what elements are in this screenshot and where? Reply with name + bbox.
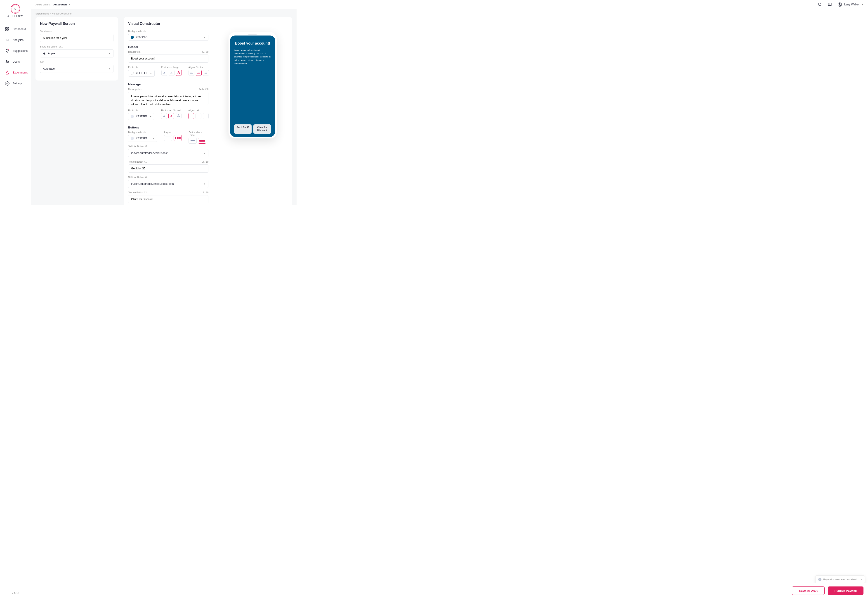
align-center[interactable] — [196, 70, 201, 76]
button-size-small[interactable] — [188, 138, 197, 144]
bg-color-label: Background color — [128, 30, 209, 33]
analytics-icon — [5, 38, 9, 42]
project-selector[interactable]: Autotraders ▼ — [53, 3, 70, 6]
apple-icon — [43, 52, 46, 55]
button-bg-color-select[interactable]: #E3E7F1 ▼ — [128, 135, 157, 142]
active-project-label: Active project: — [36, 3, 51, 6]
settings-icon — [5, 81, 9, 86]
show-on-label: Show this screen on... — [40, 45, 113, 48]
sidebar-item-analytics[interactable]: Analytics — [5, 34, 31, 45]
font-size-large[interactable]: A — [176, 113, 182, 119]
color-swatch — [131, 137, 134, 140]
font-color-value: #FFFFFF — [136, 72, 148, 75]
phone-screen: Boost your account! Lorem ipsum dolor si… — [230, 36, 275, 137]
show-on-select[interactable]: Apple ▼ — [40, 49, 113, 57]
experiments-icon — [5, 70, 9, 75]
sidebar-item-suggestions[interactable]: Suggestions — [5, 45, 31, 56]
text2-counter: 19 / 50 — [201, 191, 209, 194]
text2-input[interactable] — [128, 195, 209, 203]
nav-label: Users — [13, 60, 20, 63]
card-title: Visual Constructor — [128, 22, 288, 26]
dashboard-icon — [5, 27, 9, 31]
logo-icon — [10, 4, 20, 13]
nav-label: Experiments — [13, 71, 28, 74]
color-swatch — [131, 115, 134, 118]
text2-label: Text on Button #2 — [128, 191, 147, 194]
message-font-color-select[interactable]: #E3E7F1 ▼ — [128, 113, 154, 120]
svg-point-6 — [6, 60, 7, 61]
chevron-down-icon: ▼ — [109, 52, 110, 54]
header-text-label: Header text — [128, 51, 140, 53]
layout-label: Layout — [164, 131, 182, 134]
font-size-label: Font size - Normal — [161, 109, 182, 112]
preview-title: Boost your account! — [234, 41, 271, 45]
font-size-small[interactable]: A — [161, 113, 167, 119]
sidebar-item-users[interactable]: Users — [5, 56, 31, 67]
topbar: Active project: Autotraders ▼ Larry Walk… — [31, 0, 297, 9]
header-font-color-select[interactable]: #FFFFFF ▼ — [128, 70, 155, 77]
suggestions-icon — [5, 49, 9, 53]
sidebar: APPFLOW Dashboard Analytics Suggestions … — [0, 0, 31, 205]
align-right[interactable] — [203, 113, 209, 119]
layout-horizontal[interactable] — [174, 135, 182, 141]
nav-label: Suggestions — [13, 49, 28, 52]
svg-point-5 — [8, 49, 9, 50]
message-text-input[interactable] — [128, 92, 209, 105]
align-left[interactable] — [188, 70, 194, 76]
short-name-input[interactable] — [40, 34, 113, 42]
short-name-label: Short name — [40, 30, 113, 33]
align-right[interactable] — [203, 70, 209, 76]
text1-input[interactable] — [128, 164, 209, 173]
font-size-medium[interactable]: A — [169, 70, 174, 76]
font-color-value: #E3E7F1 — [136, 115, 148, 118]
header-section-title: Header — [128, 45, 209, 49]
font-size-medium[interactable]: A — [169, 113, 174, 119]
vc-controls: Background color #005C8C ▼ Header Header… — [128, 30, 209, 205]
sku2-select[interactable]: in.com.autotrader.dealer.boost-beta ▼ — [128, 180, 209, 188]
header-text-input[interactable] — [128, 54, 209, 63]
users-icon — [5, 60, 9, 64]
text1-label: Text on Button #1 — [128, 160, 147, 163]
font-size-large[interactable]: A — [176, 70, 182, 76]
app-select[interactable]: Autotrader ▼ — [40, 65, 113, 73]
layout-vertical[interactable] — [164, 135, 172, 141]
preview-btn2: Claim for Discount — [254, 124, 271, 134]
chevron-down-icon: ▼ — [150, 72, 152, 75]
breadcrumb: Experiments » Visual Constructor — [31, 9, 297, 17]
svg-rect-4 — [8, 30, 9, 31]
svg-rect-0 — [15, 8, 16, 10]
buttons-section-title: Buttons — [128, 126, 209, 129]
preview-message: Lorem ipsum dolor sit amet, consectetur … — [234, 49, 271, 65]
chevron-down-icon: ▼ — [69, 4, 70, 6]
sku1-select[interactable]: in.com.autotrader.dealer.boost ▼ — [128, 149, 209, 157]
sku1-label: SKU for Button #1 — [128, 145, 209, 148]
font-size-small[interactable]: A — [161, 70, 167, 76]
align-center[interactable] — [195, 113, 201, 119]
chevron-down-icon: ▼ — [204, 152, 206, 154]
color-swatch — [131, 36, 134, 39]
font-color-label: Font color — [128, 109, 154, 112]
sidebar-item-dashboard[interactable]: Dashboard — [5, 24, 31, 34]
phone-notch — [248, 34, 257, 34]
align-left[interactable] — [188, 113, 194, 119]
sku2-value: in.com.autotrader.dealer.boost-beta — [131, 182, 174, 185]
nav-label: Settings — [13, 82, 22, 85]
chevron-down-icon: ▼ — [204, 183, 206, 185]
chevron-down-icon: ▼ — [109, 68, 110, 70]
logo: APPFLOW — [7, 4, 23, 17]
visual-constructor-card: Visual Constructor Background color #005… — [124, 17, 292, 205]
app-label: App — [40, 61, 113, 63]
font-size-label: Font size - Large — [161, 66, 182, 69]
project-name: Autotraders — [53, 3, 67, 6]
svg-rect-1 — [6, 28, 7, 29]
sidebar-item-settings[interactable]: Settings — [5, 78, 31, 89]
sidebar-item-experiments[interactable]: Experiments — [5, 67, 31, 78]
bg-color-select[interactable]: #005C8C ▼ — [128, 34, 209, 41]
button-size-label: Button size - Large — [188, 131, 209, 136]
nav-menu: Dashboard Analytics Suggestions Users Ex… — [0, 24, 31, 89]
preview-pane: Boost your account! Lorem ipsum dolor si… — [218, 30, 288, 205]
message-counter: 149 / 500 — [199, 88, 209, 90]
new-paywall-card: New Paywall Screen Short name Show this … — [36, 17, 118, 81]
button-size-large[interactable] — [198, 138, 206, 144]
font-color-value: #E3E7F1 — [136, 137, 148, 140]
